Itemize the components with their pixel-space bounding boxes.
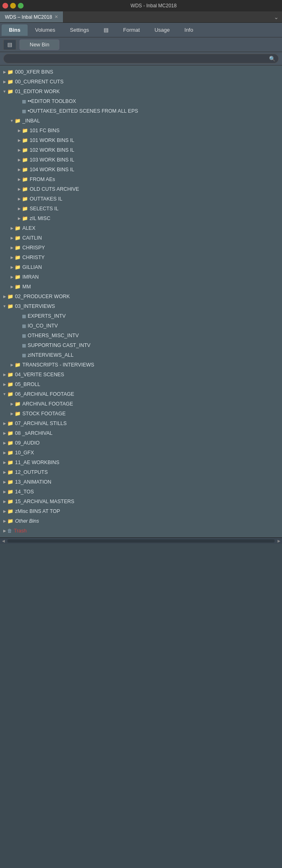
toggle-11_ae[interactable] xyxy=(2,460,7,465)
toggle-_inbal[interactable] xyxy=(9,118,15,124)
tree-item-other_bins[interactable]: 📁Other Bins xyxy=(0,516,282,526)
tree-item-102work[interactable]: 📁102 WORK BINS IL xyxy=(0,145,282,155)
tree-item-stock_footage[interactable]: 📁STOCK FOOTAGE xyxy=(0,409,282,419)
tree-item-io_co_intv[interactable]: ▦IO_CO_INTV xyxy=(0,321,282,331)
tab-bins[interactable]: Bins xyxy=(2,24,28,36)
toggle-old_cuts[interactable] xyxy=(16,186,22,192)
toggle-christy[interactable] xyxy=(9,255,15,260)
toggle-experts_intv[interactable] xyxy=(16,313,22,319)
toggle-104work[interactable] xyxy=(16,167,22,172)
toggle-io_co_intv[interactable] xyxy=(16,323,22,329)
tree-item-supporting[interactable]: ▦SUPPORTING CAST_INTV xyxy=(0,340,282,350)
toggle-101fc[interactable] xyxy=(16,128,22,133)
tree-item-104work[interactable]: 📁104 WORK BINS IL xyxy=(0,165,282,174)
tab-icon[interactable]: ▤ xyxy=(96,24,116,36)
tree-item-103work[interactable]: 📁103 WORK BINS IL xyxy=(0,155,282,165)
toggle-mm[interactable] xyxy=(9,284,15,290)
search-input[interactable] xyxy=(3,54,279,63)
tree-item-_inbal[interactable]: 📁_INBAL xyxy=(0,116,282,126)
toggle-outtakes_edited[interactable] xyxy=(16,108,22,114)
toggle-caitlin[interactable] xyxy=(9,235,15,241)
tree-item-14_tos[interactable]: 📁14_TOS xyxy=(0,487,282,497)
minimize-button[interactable] xyxy=(10,3,16,9)
toggle-000_XFER[interactable] xyxy=(2,69,7,75)
tree-item-mm[interactable]: 📁MM xyxy=(0,282,282,292)
scroll-left-arrow[interactable]: ◀ xyxy=(0,538,7,544)
toggle-zinterviews[interactable] xyxy=(16,352,22,358)
toggle-02_producer[interactable] xyxy=(2,294,7,299)
toggle-archival_footage[interactable] xyxy=(9,401,15,407)
toggle-12_outputs[interactable] xyxy=(2,469,7,475)
tree-item-outtakes_edited[interactable]: ▦•OUTTAKES_EDITED SCENES FROM ALL EPS xyxy=(0,106,282,116)
tree-item-05_broll[interactable]: 📁05_BROLL xyxy=(0,379,282,389)
tab-settings[interactable]: Settings xyxy=(63,24,96,36)
toggle-others_misc[interactable] xyxy=(16,333,22,338)
tree-item-from_aes[interactable]: 📁FROM AEs xyxy=(0,174,282,184)
toggle-01_EDITOR[interactable] xyxy=(2,89,7,94)
tree-item-101fc[interactable]: 📁101 FC BINS xyxy=(0,126,282,135)
app-tab-wds[interactable]: WDS – Inbal MC2018 ✕ xyxy=(0,11,63,22)
toggle-selects_il[interactable] xyxy=(16,206,22,212)
tree-item-others_misc[interactable]: ▦OTHERS_MISC_INTV xyxy=(0,331,282,340)
toggle-gillian[interactable] xyxy=(9,264,15,270)
tree-item-00_CURRENT[interactable]: 📁00_CURRENT CUTS xyxy=(0,77,282,87)
new-bin-button[interactable]: New Bin xyxy=(20,39,59,50)
tree-item-transcripts[interactable]: 📁TRANSCRIPTS - INTERVIEWS xyxy=(0,360,282,370)
tree-item-gillian[interactable]: 📁GILLIAN xyxy=(0,262,282,272)
scroll-right-arrow[interactable]: ▶ xyxy=(275,538,282,544)
toggle-trash[interactable] xyxy=(2,528,7,534)
toggle-alex[interactable] xyxy=(9,225,15,231)
toggle-zil_misc[interactable] xyxy=(16,216,22,221)
maximize-button[interactable] xyxy=(18,3,24,9)
tree-item-imran[interactable]: 📁IMRAN xyxy=(0,272,282,282)
tree-item-12_outputs[interactable]: 📁12_OUTPUTS xyxy=(0,467,282,477)
tree-item-07_stills[interactable]: 📁07_ARCHIVAL STILLS xyxy=(0,419,282,428)
tree-item-editor_toolbox[interactable]: ▦••EDITOR TOOLBOX xyxy=(0,96,282,106)
tree-item-christy[interactable]: 📁CHRISTY xyxy=(0,253,282,262)
toggle-from_aes[interactable] xyxy=(16,177,22,182)
toggle-transcripts[interactable] xyxy=(9,362,15,368)
toggle-05_broll[interactable] xyxy=(2,382,7,387)
toggle-chrispy[interactable] xyxy=(9,245,15,251)
toggle-102work[interactable] xyxy=(16,147,22,153)
close-button[interactable] xyxy=(2,3,8,9)
tree-item-03_interviews[interactable]: 📁03_INTERVIEWS xyxy=(0,301,282,311)
tree-item-archival_footage[interactable]: 📁ARCHIVAL FOOTAGE xyxy=(0,399,282,409)
tree-item-01_EDITOR[interactable]: 📁01_EDITOR WORK xyxy=(0,87,282,96)
toggle-08_sarchival[interactable] xyxy=(2,430,7,436)
tree-item-04_verite[interactable]: 📁04_VERITE SCENES xyxy=(0,370,282,379)
tree-item-02_producer[interactable]: 📁02_PRODUCER WORK xyxy=(0,292,282,301)
toggle-04_verite[interactable] xyxy=(2,372,7,377)
tree-item-15_masters[interactable]: 📁15_ARCHIVAL MASTERS xyxy=(0,497,282,506)
toggle-00_CURRENT[interactable] xyxy=(2,79,7,85)
toggle-supporting[interactable] xyxy=(16,342,22,348)
toggle-outtakes_il[interactable] xyxy=(16,196,22,202)
tree-item-101work[interactable]: 📁101 WORK BINS IL xyxy=(0,135,282,145)
tree-item-chrispy[interactable]: 📁CHRISPY xyxy=(0,243,282,253)
tree-item-10_gfx[interactable]: 📁10_GFX xyxy=(0,448,282,458)
toolbar-icon-button[interactable]: ▤ xyxy=(3,39,16,50)
app-tab-close-icon[interactable]: ✕ xyxy=(54,14,58,20)
tree-item-000_XFER[interactable]: 📁000_XFER BINS xyxy=(0,67,282,77)
toggle-03_interviews[interactable] xyxy=(2,303,7,309)
tab-info[interactable]: Info xyxy=(177,24,201,36)
tab-dropdown-icon[interactable]: ⌄ xyxy=(271,14,282,20)
toggle-103work[interactable] xyxy=(16,157,22,163)
tree-item-experts_intv[interactable]: ▦EXPERTS_INTV xyxy=(0,311,282,321)
tree-item-alex[interactable]: 📁ALEX xyxy=(0,223,282,233)
tree-item-outtakes_il[interactable]: 📁OUTTAKES IL xyxy=(0,194,282,204)
tree-item-zmisc[interactable]: 📁zMisc BINS AT TOP xyxy=(0,506,282,516)
toggle-other_bins[interactable] xyxy=(2,518,7,524)
tree-item-caitlin[interactable]: 📁CAITLIN xyxy=(0,233,282,243)
toggle-06_archival[interactable] xyxy=(2,391,7,397)
tree-item-13_animation[interactable]: 📁13_ANIMATION xyxy=(0,477,282,487)
toggle-14_tos[interactable] xyxy=(2,489,7,495)
toggle-13_animation[interactable] xyxy=(2,479,7,485)
toggle-09_audio[interactable] xyxy=(2,440,7,446)
toggle-15_masters[interactable] xyxy=(2,499,7,504)
tree-item-08_sarchival[interactable]: 📁08 _sARCHIVAL xyxy=(0,428,282,438)
toggle-07_stills[interactable] xyxy=(2,421,7,426)
tree-item-11_ae[interactable]: 📁11_AE WORKBINS xyxy=(0,458,282,467)
tab-volumes[interactable]: Volumes xyxy=(28,24,63,36)
tree-item-trash[interactable]: 🗑Trash xyxy=(0,526,282,536)
